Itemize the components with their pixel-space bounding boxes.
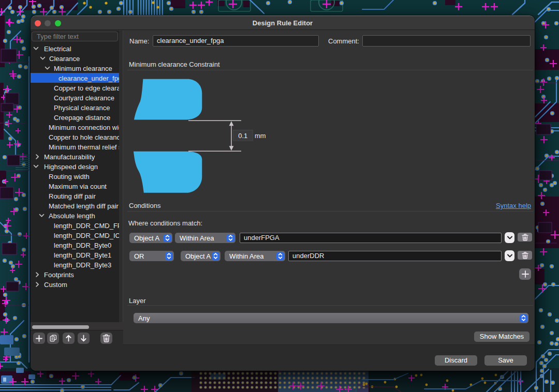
svg-text:0.1: 0.1 bbox=[238, 132, 247, 140]
svg-text:mm: mm bbox=[255, 132, 266, 140]
